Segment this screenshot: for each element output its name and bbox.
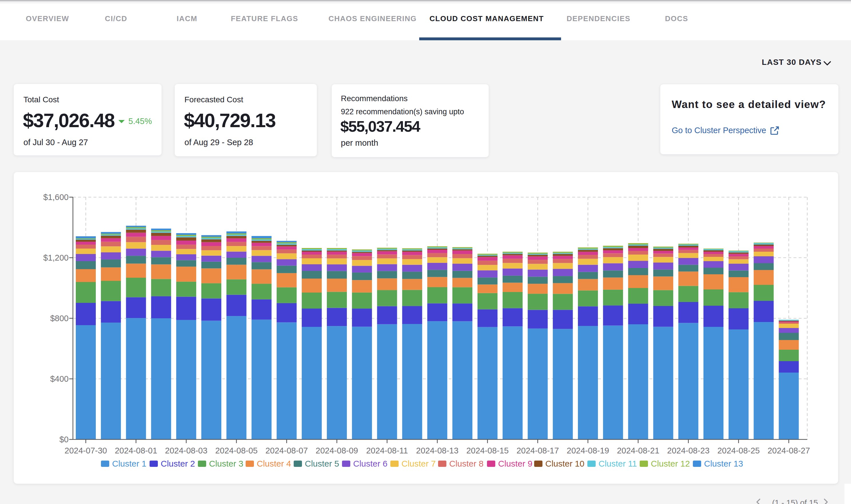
svg-text:2024-07-30: 2024-07-30 bbox=[65, 446, 107, 455]
svg-text:Cluster 5: Cluster 5 bbox=[305, 459, 339, 468]
svg-text:2024-08-13: 2024-08-13 bbox=[416, 446, 458, 455]
svg-text:2024-08-01: 2024-08-01 bbox=[115, 446, 157, 455]
svg-text:$400: $400 bbox=[50, 374, 69, 383]
svg-text:2024-08-17: 2024-08-17 bbox=[517, 446, 559, 455]
svg-text:Cluster 12: Cluster 12 bbox=[651, 459, 690, 468]
svg-text:2024-08-25: 2024-08-25 bbox=[717, 446, 760, 455]
svg-text:Cluster 3: Cluster 3 bbox=[209, 459, 243, 468]
svg-text:Cluster 2: Cluster 2 bbox=[161, 459, 195, 468]
svg-text:2024-08-07: 2024-08-07 bbox=[265, 446, 308, 455]
svg-text:Cluster 11: Cluster 11 bbox=[598, 459, 637, 468]
svg-text:Cluster 10: Cluster 10 bbox=[545, 459, 585, 468]
svg-text:Cluster 7: Cluster 7 bbox=[401, 459, 436, 468]
svg-text:$800: $800 bbox=[50, 314, 69, 323]
svg-text:2024-08-09: 2024-08-09 bbox=[316, 446, 358, 455]
svg-text:2024-08-11: 2024-08-11 bbox=[366, 446, 408, 455]
svg-text:$1,200: $1,200 bbox=[43, 253, 69, 262]
svg-text:Cluster 4: Cluster 4 bbox=[257, 459, 291, 468]
svg-text:Cluster 8: Cluster 8 bbox=[449, 459, 484, 468]
svg-text:2024-08-15: 2024-08-15 bbox=[466, 446, 509, 455]
svg-text:Cluster 1: Cluster 1 bbox=[112, 459, 146, 468]
svg-text:Cluster 13: Cluster 13 bbox=[704, 459, 743, 468]
svg-text:2024-08-19: 2024-08-19 bbox=[567, 446, 609, 455]
svg-text:Cluster 6: Cluster 6 bbox=[353, 459, 387, 468]
svg-text:$0: $0 bbox=[59, 435, 69, 444]
svg-text:2024-08-27: 2024-08-27 bbox=[767, 446, 810, 455]
svg-text:2024-08-05: 2024-08-05 bbox=[215, 446, 258, 455]
svg-text:Cluster 9: Cluster 9 bbox=[498, 459, 533, 468]
svg-text:2024-08-21: 2024-08-21 bbox=[617, 446, 659, 455]
svg-text:$1,600: $1,600 bbox=[43, 193, 69, 202]
svg-text:2024-08-23: 2024-08-23 bbox=[667, 446, 710, 455]
svg-text:2024-08-03: 2024-08-03 bbox=[165, 446, 207, 455]
